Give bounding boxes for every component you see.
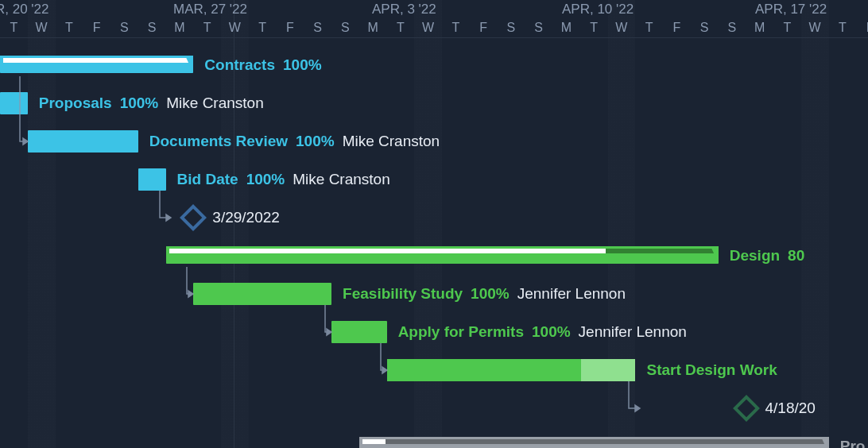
gantt-row: Apply for Permits100%Jennifer Lennon (0, 313, 868, 351)
day-letter: T (635, 19, 663, 37)
day-letter: W (608, 19, 636, 37)
day-letter: W (414, 19, 442, 37)
task-bar[interactable] (193, 283, 331, 305)
day-letter: S (304, 19, 331, 37)
day-letter: T (249, 19, 277, 37)
task-bar[interactable] (28, 130, 138, 153)
bar-label: Documents Review100%Mike Cranston (149, 122, 440, 160)
gantt-row: Documents Review100%Mike Cranston (0, 122, 868, 160)
gantt-row: 4/18/20 (0, 389, 868, 427)
gantt-row: Contracts100% (0, 46, 868, 84)
day-letter: S (691, 19, 719, 37)
month-label: MAR, 27 '22 (173, 2, 247, 17)
milestone-diamond[interactable] (733, 395, 760, 422)
day-letter: T (580, 19, 608, 37)
task-bar[interactable] (331, 321, 387, 343)
day-letter: M (746, 19, 773, 37)
milestone-diamond[interactable] (180, 204, 207, 231)
day-letter: W (801, 19, 829, 37)
gantt-row: Start Design Work (0, 351, 868, 389)
summary-bar[interactable] (0, 56, 193, 73)
day-letter: T (387, 19, 415, 37)
day-letter: F (663, 19, 691, 37)
day-letter: F (470, 19, 498, 37)
day-row: TWTFSSMTWTFSSMTWTFSSMTWTFSSMTWTFSSMTWTF (0, 19, 868, 37)
day-letter: M (166, 19, 194, 37)
summary-bar[interactable] (359, 437, 829, 448)
day-letter: S (498, 19, 525, 37)
day-letter: W (28, 19, 56, 37)
month-label: APR, 17 '22 (755, 2, 827, 17)
bar-label: Apply for Permits100%Jennifer Lennon (398, 313, 687, 351)
day-letter: T (773, 19, 801, 37)
day-letter: T (193, 19, 221, 37)
day-letter: S (331, 19, 359, 37)
task-bar[interactable] (387, 359, 636, 381)
bar-label: Feasibility Study100%Jennifer Lennon (343, 275, 626, 313)
day-letter: T (0, 19, 28, 37)
day-letter: S (719, 19, 746, 37)
day-letter: F (83, 19, 110, 37)
day-letter: M (359, 19, 387, 37)
day-letter: S (525, 19, 552, 37)
task-bar[interactable] (138, 168, 166, 191)
day-letter: M (552, 19, 580, 37)
month-label: APR, 3 '22 (372, 2, 436, 17)
day-letter: W (221, 19, 249, 37)
day-letter: F (277, 19, 304, 37)
gantt-row: Feasibility Study100%Jennifer Lennon (0, 275, 868, 313)
milestone-label: 3/29/2022 (212, 199, 280, 237)
milestone-label: 4/18/20 (765, 389, 816, 427)
month-label: APR, 10 '22 (562, 2, 634, 17)
gantt-row: Proposals100%Mike Cranston (0, 84, 868, 122)
gantt-chart[interactable]: R, 20 '22 MAR, 27 '22 APR, 3 '22 APR, 10… (0, 0, 868, 448)
bar-label: Start Design Work (646, 351, 777, 389)
summary-bar[interactable] (166, 246, 719, 264)
task-bar[interactable] (0, 92, 28, 114)
bar-label: Bid Date100%Mike Cranston (177, 160, 390, 199)
gantt-row: Design80 (0, 237, 868, 275)
bar-label: Pro (840, 427, 868, 448)
day-letter: T (56, 19, 83, 37)
day-letter: T (829, 19, 857, 37)
day-letter: T (442, 19, 470, 37)
bar-label: Contracts100% (204, 46, 321, 84)
bar-label: Proposals100%Mike Cranston (39, 84, 264, 122)
month-label: R, 20 '22 (0, 2, 49, 17)
gantt-row: 3/29/2022 (0, 199, 868, 237)
day-letter: S (110, 19, 138, 37)
timeline-header: R, 20 '22 MAR, 27 '22 APR, 3 '22 APR, 10… (0, 0, 868, 38)
bar-label: Design80 (730, 237, 805, 275)
day-letter: S (138, 19, 166, 37)
gantt-row: Bid Date100%Mike Cranston (0, 160, 868, 199)
day-letter: F (856, 19, 868, 37)
gantt-row: Pro (0, 427, 868, 448)
